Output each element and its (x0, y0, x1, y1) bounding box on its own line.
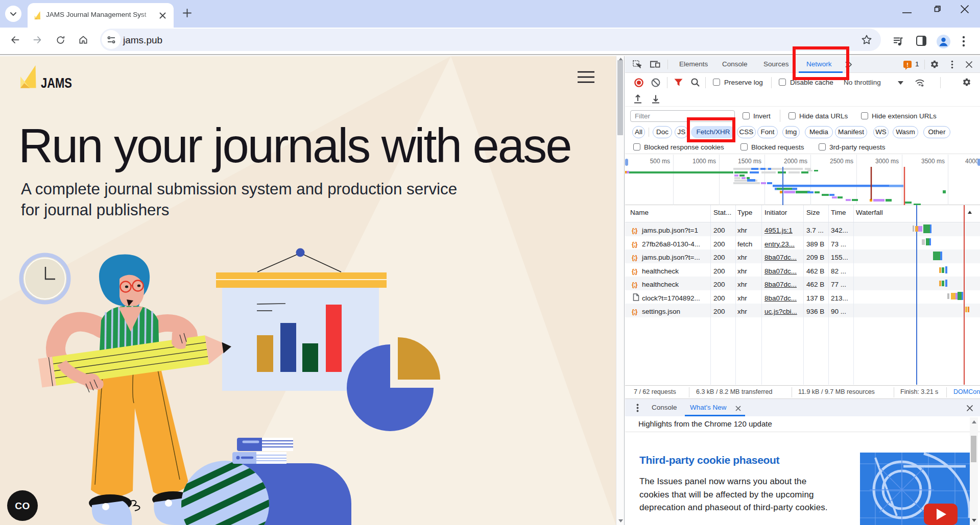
svg-text:500 ms: 500 ms (650, 158, 670, 165)
svg-text:JAMS: JAMS (41, 75, 72, 90)
svg-text:1500 ms: 1500 ms (738, 158, 761, 165)
svg-text:1000 ms: 1000 ms (692, 158, 716, 165)
svg-text:2500 ms: 2500 ms (830, 158, 853, 165)
svg-text:3000 ms: 3000 ms (875, 158, 899, 165)
svg-text:!: ! (906, 61, 909, 67)
svg-text:3500 ms: 3500 ms (921, 158, 945, 165)
svg-text:2000 ms: 2000 ms (784, 158, 807, 165)
svg-text:CO: CO (15, 501, 30, 511)
